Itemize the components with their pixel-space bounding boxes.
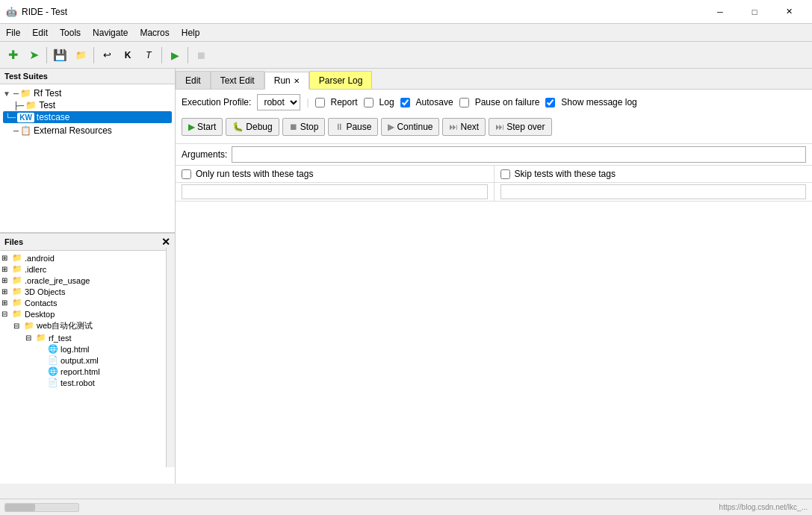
report-checkbox[interactable] <box>315 98 325 107</box>
start-label: Start <box>197 122 216 132</box>
scroll-thumb <box>5 504 35 511</box>
show-message-log-checkbox[interactable] <box>545 98 555 107</box>
show-message-log-label: Show message log <box>561 97 636 107</box>
toolbar-save-all[interactable]: 📁 <box>71 46 90 65</box>
execution-profile-row: Execution Profile: robot | Report Log Au… <box>176 90 812 110</box>
file-report-html[interactable]: ⊞ 🌐 report.html <box>1 366 173 377</box>
toolbar-t[interactable]: T <box>139 46 158 65</box>
folder-icon: 📁 <box>12 275 22 285</box>
pause-label: Pause <box>346 122 371 132</box>
toolbar-save[interactable]: 💾 <box>50 46 69 65</box>
toolbar-open-suite[interactable]: ➤ <box>24 46 43 65</box>
minimize-button[interactable]: ─ <box>703 0 737 24</box>
file-web-test[interactable]: ⊟ 📁 web自动化测试 <box>1 319 173 332</box>
only-run-tags-input[interactable] <box>182 184 488 199</box>
file-test-robot[interactable]: ⊞ 📄 test.robot <box>1 377 173 388</box>
expander-rf-test[interactable]: ▼ <box>3 90 13 98</box>
files-scrollbar[interactable] <box>166 248 175 467</box>
tab-parser-log[interactable]: Parser Log <box>309 71 373 89</box>
menu-tools[interactable]: Tools <box>54 25 87 40</box>
folder-icon: 📁 <box>12 287 22 296</box>
files-tree[interactable]: ⊞ 📁 .android ⊞ 📁 .idlerc ⊞ 📁 .oracle_jre… <box>0 251 175 467</box>
only-run-label: Only run tests with these tags <box>196 169 313 179</box>
file-log-html[interactable]: ⊞ 🌐 log.html <box>1 343 173 355</box>
title-bar: 🤖 RIDE - Test ─ □ ✕ <box>0 0 812 24</box>
tree-rf-test[interactable]: ▼ ─ 📁 Rf Test <box>3 87 172 99</box>
tree-external-resources[interactable]: ▼ ─ 📋 External Resources <box>3 125 172 137</box>
debug-button[interactable]: 🐛 Debug <box>226 118 279 136</box>
next-label: Next <box>460 122 479 132</box>
next-button[interactable]: ⏭ Next <box>442 118 486 136</box>
status-scrollbar[interactable] <box>4 503 79 512</box>
tab-edit[interactable]: Edit <box>176 71 211 89</box>
autosave-label: Autosave <box>416 97 453 107</box>
arguments-input[interactable] <box>232 146 806 163</box>
menu-file[interactable]: File <box>0 25 26 40</box>
file-label: output.xml <box>61 356 99 365</box>
toolbar-undo[interactable]: ↩ <box>97 46 117 65</box>
file-3dobjects[interactable]: ⊞ 📁 3D Objects <box>1 286 173 297</box>
only-run-checkbox[interactable] <box>182 169 191 179</box>
tab-run[interactable]: Run ✕ <box>264 72 309 90</box>
toolbar-run[interactable]: ▶ <box>165 46 185 65</box>
app-icon: 🤖 <box>6 7 17 17</box>
file-desktop[interactable]: ⊟ 📁 Desktop <box>1 308 173 319</box>
log-checkbox[interactable] <box>364 98 374 107</box>
log-label: Log <box>379 97 394 107</box>
tabs: Edit Text Edit Run ✕ Parser Log <box>176 69 812 90</box>
menu-navigate[interactable]: Navigate <box>87 25 134 40</box>
tree-testcase[interactable]: └─ KW testcase <box>3 111 172 123</box>
step-over-label: Step over <box>506 122 545 132</box>
folder-icon: 📁 <box>12 309 22 319</box>
toolbar-k[interactable]: K <box>118 46 137 65</box>
run-buttons-row: ▶ Start 🐛 Debug ⏹ Stop ⏸ Pause ▶ Continu… <box>176 115 812 139</box>
right-pane: Edit Text Edit Run ✕ Parser Log Executio… <box>176 69 812 484</box>
file-contacts[interactable]: ⊞ 📁 Contacts <box>1 297 173 308</box>
menu-macros[interactable]: Macros <box>134 25 175 40</box>
file-android[interactable]: ⊞ 📁 .android <box>1 252 173 263</box>
skip-tags-input[interactable] <box>500 184 807 199</box>
toolbar-sep-2 <box>93 47 94 63</box>
start-button[interactable]: ▶ Start <box>182 118 223 136</box>
expand-icon: ⊟ <box>13 322 24 330</box>
autosave-checkbox[interactable] <box>400 98 410 107</box>
file-oracle[interactable]: ⊞ 📁 .oracle_jre_usage <box>1 275 173 286</box>
toolbar-new[interactable]: ✚ <box>3 46 22 65</box>
file-output-xml[interactable]: ⊞ 📄 output.xml <box>1 355 173 366</box>
tab-run-close[interactable]: ✕ <box>294 77 300 85</box>
tab-parser-log-label: Parser Log <box>319 75 363 86</box>
testcase-label: testcase <box>37 112 70 122</box>
toolbar-sep-1 <box>46 47 47 63</box>
execution-profile-label: Execution Profile: <box>182 97 251 107</box>
start-icon: ▶ <box>188 122 195 132</box>
pause-on-failure-checkbox[interactable] <box>459 98 469 107</box>
expand-icon: ⊞ <box>1 276 12 284</box>
maximize-button[interactable]: □ <box>737 0 772 24</box>
stop-button[interactable]: ⏹ Stop <box>282 118 326 136</box>
pause-button[interactable]: ⏸ Pause <box>328 118 378 136</box>
folder-icon: 📁 <box>36 333 46 343</box>
toolbar-stop[interactable]: ⏹ <box>191 46 211 65</box>
tab-text-edit-label: Text Edit <box>220 75 255 86</box>
file-rf-test[interactable]: ⊟ 📁 rf_test <box>1 332 173 343</box>
skip-checkbox[interactable] <box>500 169 510 179</box>
tree-test[interactable]: ├─ 📁 Test <box>3 99 172 111</box>
close-button[interactable]: ✕ <box>772 0 806 24</box>
pause-on-failure-label: Pause on failure <box>475 97 540 107</box>
file-icon-html: 🌐 <box>48 344 58 354</box>
menu-help[interactable]: Help <box>176 25 206 40</box>
file-idlerc[interactable]: ⊞ 📁 .idlerc <box>1 263 173 275</box>
continue-button[interactable]: ▶ Continue <box>381 118 439 136</box>
output-area[interactable] <box>176 202 812 484</box>
menu-edit[interactable]: Edit <box>26 25 54 40</box>
folder-icon-test: 📁 <box>25 100 37 110</box>
window-controls: ─ □ ✕ <box>703 0 806 24</box>
files-close-btn[interactable]: ✕ <box>161 236 170 248</box>
step-over-button[interactable]: ⏭ Step over <box>489 118 551 136</box>
file-icon-robot: 📄 <box>48 378 58 387</box>
test-suites-label: Test Suites <box>4 72 48 81</box>
file-label: report.html <box>61 367 100 376</box>
tab-text-edit[interactable]: Text Edit <box>211 71 264 89</box>
expand-icon: ⊟ <box>1 310 12 318</box>
execution-profile-select[interactable]: robot <box>257 94 300 110</box>
